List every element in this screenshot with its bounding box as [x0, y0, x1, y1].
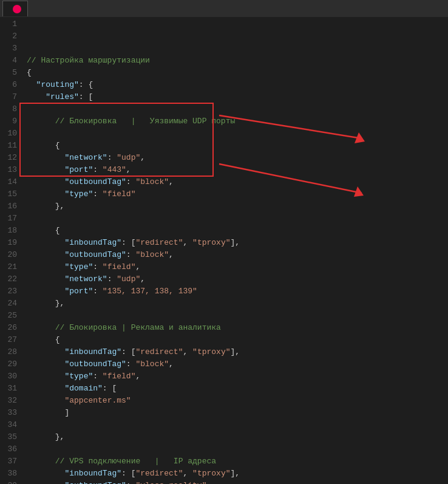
- line-number: 37: [5, 455, 17, 468]
- line-number: 19: [5, 237, 17, 249]
- tab-close-button[interactable]: [13, 5, 21, 13]
- line-number: 23: [5, 285, 17, 298]
- code-lines[interactable]: // Настройка маршрутизации{ "routing": {…: [22, 17, 448, 484]
- line-number: 9: [5, 115, 17, 128]
- line-number: 18: [5, 225, 17, 237]
- code-line: {: [27, 334, 448, 346]
- line-number: 32: [5, 395, 17, 407]
- file-tab[interactable]: [2, 1, 28, 16]
- code-line: "outboundTag": "vless-reality",: [27, 480, 448, 484]
- code-line: "appcenter.ms": [27, 395, 448, 407]
- code-line: "network": "udp",: [27, 152, 448, 164]
- line-number: 30: [5, 370, 17, 383]
- code-line: "inboundTag": ["redirect", "tproxy"],: [27, 468, 448, 480]
- code-line: // Блокировка | Уязвимые UDP порты: [27, 115, 448, 128]
- line-number: 1: [5, 18, 17, 30]
- line-number: 33: [5, 407, 17, 419]
- code-line: "outboundTag": "block",: [27, 176, 448, 188]
- line-number: 27: [5, 334, 17, 346]
- code-line: },: [27, 298, 448, 310]
- line-number: 12: [5, 152, 17, 164]
- line-number: 4: [5, 55, 17, 67]
- line-number: 28: [5, 346, 17, 358]
- line-number: 14: [5, 176, 17, 188]
- line-number: 36: [5, 443, 17, 455]
- code-line: "rules": [: [27, 91, 448, 103]
- line-number: 20: [5, 249, 17, 261]
- line-number: 5: [5, 67, 17, 79]
- code-line: },: [27, 431, 448, 443]
- code-line: "domain": [: [27, 383, 448, 395]
- line-number: 8: [5, 103, 17, 115]
- editor-area: 1234567891011121314151617181920212223242…: [0, 17, 448, 484]
- code-line: {: [27, 225, 448, 237]
- code-line: "type": "field",: [27, 261, 448, 273]
- line-number: 15: [5, 188, 17, 200]
- line-number: 22: [5, 273, 17, 285]
- code-container: 1234567891011121314151617181920212223242…: [0, 17, 448, 484]
- line-number: 26: [5, 322, 17, 334]
- line-number: 6: [5, 79, 17, 91]
- line-numbers: 1234567891011121314151617181920212223242…: [0, 17, 22, 484]
- line-number: 16: [5, 200, 17, 213]
- line-number: 7: [5, 91, 17, 103]
- code-line: "type": "field": [27, 188, 448, 200]
- code-line: "port": "443",: [27, 164, 448, 176]
- code-line: [27, 128, 448, 140]
- tab-bar: [0, 0, 448, 17]
- line-number: 21: [5, 261, 17, 273]
- line-number: 38: [5, 468, 17, 480]
- code-line: "outboundTag": "block",: [27, 249, 448, 261]
- line-number: 34: [5, 419, 17, 431]
- code-line: "port": "135, 137, 138, 139": [27, 285, 448, 298]
- code-line: "inboundTag": ["redirect", "tproxy"],: [27, 237, 448, 249]
- code-line: ]: [27, 407, 448, 419]
- code-line: {: [27, 67, 448, 79]
- line-number: 35: [5, 431, 17, 443]
- code-line: "inboundTag": ["redirect", "tproxy"],: [27, 346, 448, 358]
- line-number: 10: [5, 128, 17, 140]
- code-line: [27, 213, 448, 225]
- code-line: "routing": {: [27, 79, 448, 91]
- code-line: [27, 419, 448, 431]
- line-number: 29: [5, 358, 17, 370]
- line-number: 25: [5, 310, 17, 322]
- code-line: {: [27, 140, 448, 152]
- code-line: [27, 310, 448, 322]
- code-line: [27, 443, 448, 455]
- code-line: // Настройка маршрутизации: [27, 55, 448, 67]
- line-number: 17: [5, 213, 17, 225]
- line-number: 11: [5, 140, 17, 152]
- code-line: "outboundTag": "block",: [27, 358, 448, 370]
- line-number: 2: [5, 30, 17, 43]
- line-number: 31: [5, 383, 17, 395]
- line-number: 39: [5, 480, 17, 484]
- line-number: 13: [5, 164, 17, 176]
- code-line: // VPS подключение | IP адреса: [27, 455, 448, 468]
- code-line: },: [27, 200, 448, 213]
- line-number: 3: [5, 43, 17, 55]
- line-number: 24: [5, 298, 17, 310]
- code-line: // Блокировка | Реклама и аналитика: [27, 322, 448, 334]
- code-line: "network": "udp",: [27, 273, 448, 285]
- code-line: "type": "field",: [27, 370, 448, 383]
- code-line: [27, 103, 448, 115]
